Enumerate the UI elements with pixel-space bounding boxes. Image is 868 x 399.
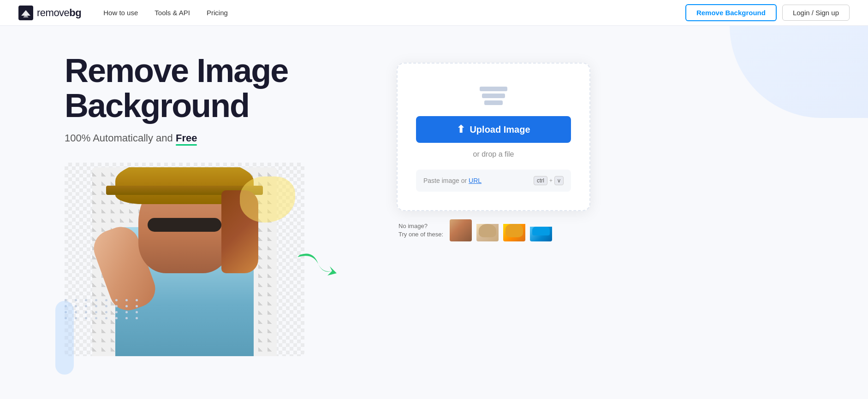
sample-thumb-person[interactable] [449,218,473,242]
sample-label: No image? Try one of these: [398,222,443,239]
sample-thumb-dog[interactable] [476,218,499,242]
logo-bg: bg [69,7,81,18]
nav-how-to-use[interactable]: How to use [103,9,138,17]
paste-label: Paste image or URL [423,177,482,184]
paste-shortcut: ctrl + v [534,176,564,185]
hero-right: ⬆ Upload Image or drop a file Paste imag… [397,63,590,242]
kbd-v: v [554,176,564,185]
hero-title-line2: Background [65,87,249,124]
paste-area: Paste image or URL ctrl + v [416,170,571,192]
hero-left: Remove Image Background 100% Automatical… [65,53,369,356]
paste-text-prefix: Paste image or [423,177,467,184]
dots-pattern [65,299,142,319]
sample-thumb-food[interactable] [502,218,526,242]
nav-tools-api[interactable]: Tools & API [155,9,190,17]
header-actions: Remove Background Login / Sign up [685,4,850,21]
layer-top [480,87,507,91]
paste-url-link[interactable]: URL [469,177,482,184]
upload-arrow-icon: ⬆ [457,123,465,135]
layers-icon [480,87,507,105]
logo-icon [18,6,33,20]
upload-card: ⬆ Upload Image or drop a file Paste imag… [397,63,590,211]
sample-person-bg [450,219,472,241]
sample-label-line1: No image? [398,223,428,229]
sample-dog-bg [476,224,499,242]
sample-images [449,218,553,242]
layer-bot [484,100,503,105]
hero-title-line1: Remove Image [65,52,288,89]
arrow-container [295,246,341,284]
upload-button-label: Upload Image [470,124,530,135]
sunglasses [148,218,221,232]
kbd-ctrl: ctrl [534,176,547,185]
hero-image-container [65,163,304,356]
bg-decoration [730,26,868,118]
upload-icon-wrapper [480,87,507,105]
remove-background-button[interactable]: Remove Background [685,4,777,21]
logo-text: removebg [37,7,81,19]
hero-title: Remove Image Background [65,53,369,123]
sample-thumb-car[interactable] [529,218,553,242]
kbd-plus: + [549,177,553,184]
blob-left [55,301,74,375]
green-arrow-icon [295,246,341,282]
main-content: Remove Image Background 100% Automatical… [0,26,868,399]
sample-label-line2: Try one of these: [398,231,443,238]
main-nav: How to use Tools & API Pricing [103,9,685,17]
layer-mid [482,94,505,98]
upload-image-button[interactable]: ⬆ Upload Image [416,116,571,143]
sample-section: No image? Try one of these: [397,218,590,242]
nav-pricing[interactable]: Pricing [207,9,228,17]
login-signup-button[interactable]: Login / Sign up [782,5,850,21]
sample-car-bg [530,227,552,242]
header: removebg How to use Tools & API Pricing … [0,0,868,26]
hero-subtitle-free: Free [176,132,197,144]
drop-file-text: or drop a file [473,150,514,158]
logo-remove: remove [37,7,69,18]
hero-subtitle: 100% Automatically and Free [65,132,369,144]
logo[interactable]: removebg [18,6,81,20]
sample-food-bg [503,224,525,242]
hero-subtitle-prefix: 100% Automatically and [65,132,176,144]
